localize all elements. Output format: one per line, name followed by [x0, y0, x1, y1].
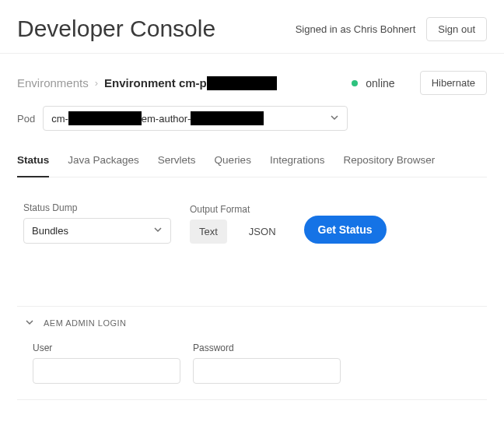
status-text: online [366, 77, 394, 90]
pod-select[interactable]: cm-em-author- [43, 106, 348, 131]
tabs: Status Java Packages Servlets Queries In… [17, 148, 487, 177]
aem-admin-login-panel: AEM ADMIN LOGIN User Password [17, 306, 487, 400]
breadcrumb-row: Environments › Environment cm-p online H… [17, 71, 487, 95]
status-dump-value: Bundles [32, 225, 68, 237]
tab-java-packages[interactable]: Java Packages [68, 148, 139, 177]
tab-queries[interactable]: Queries [215, 148, 251, 177]
aem-admin-login-toggle[interactable]: AEM ADMIN LOGIN [25, 318, 479, 336]
format-text[interactable]: Text [190, 220, 227, 244]
sign-out-button[interactable]: Sign out [426, 17, 487, 41]
header-right: Signed in as Chris Bohnert Sign out [296, 17, 487, 41]
breadcrumb-current-prefix: Environment cm-p [104, 76, 207, 90]
output-format-group: Output Format Text JSON [190, 204, 285, 244]
breadcrumb-environments[interactable]: Environments [17, 76, 89, 90]
aem-admin-login-title: AEM ADMIN LOGIN [44, 318, 127, 328]
login-fields: User Password [25, 336, 479, 384]
chevron-down-icon [25, 318, 34, 328]
chevron-down-icon [330, 113, 339, 125]
user-label: User [33, 342, 180, 353]
status-controls: Status Dump Bundles Output Format Text J… [0, 185, 504, 267]
pod-value-prefix: cm- [51, 113, 68, 125]
signed-in-prefix: Signed in as [296, 23, 354, 35]
chevron-right-icon: › [95, 77, 98, 89]
pod-row: Pod cm-em-author- [17, 106, 487, 131]
env-section: Environments › Environment cm-p online H… [0, 54, 504, 185]
redacted-block [68, 111, 142, 125]
tab-integrations[interactable]: Integrations [270, 148, 325, 177]
output-format-options: Text JSON [190, 220, 285, 244]
password-input[interactable] [193, 358, 341, 384]
chevron-down-icon [153, 225, 163, 237]
breadcrumb: Environments › Environment cm-p [17, 76, 277, 90]
format-json[interactable]: JSON [240, 220, 285, 244]
status-dump-label: Status Dump [23, 202, 171, 213]
redacted-block [207, 76, 277, 90]
tab-repository-browser[interactable]: Repository Browser [343, 148, 435, 177]
pod-label: Pod [17, 113, 35, 125]
pod-value: cm-em-author- [51, 111, 264, 125]
signed-in-user: Chris Bohnert [354, 23, 415, 35]
password-label: Password [193, 342, 341, 353]
output-format-label: Output Format [190, 204, 285, 215]
get-status-button[interactable]: Get Status [304, 216, 387, 244]
pod-value-mid: em-author- [142, 113, 191, 125]
redacted-block [191, 111, 264, 125]
tab-status[interactable]: Status [17, 148, 49, 177]
status-dot-icon [352, 80, 358, 86]
user-input[interactable] [33, 358, 180, 384]
status-dump-group: Status Dump Bundles [23, 202, 171, 244]
hibernate-button[interactable]: Hibernate [420, 71, 487, 95]
breadcrumb-current: Environment cm-p [104, 76, 277, 90]
user-field-group: User [33, 342, 180, 384]
signed-in-text: Signed in as Chris Bohnert [296, 23, 416, 35]
tab-servlets[interactable]: Servlets [158, 148, 196, 177]
header: Developer Console Signed in as Chris Boh… [0, 0, 504, 54]
env-status-group: online Hibernate [352, 71, 487, 95]
status-dump-select[interactable]: Bundles [23, 218, 171, 244]
password-field-group: Password [193, 342, 341, 384]
page-title: Developer Console [17, 16, 215, 42]
